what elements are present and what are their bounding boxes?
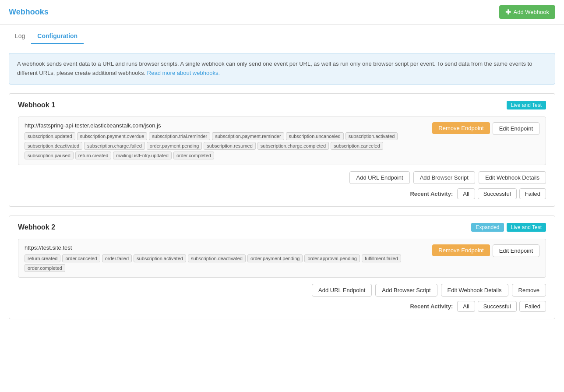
tag: subscription.deactivated (188, 254, 246, 262)
tag: subscription.activated (134, 254, 186, 262)
webhook-2-actions: Add URL Endpoint Add Browser Script Edit… (18, 284, 546, 297)
tag: fulfillment.failed (362, 254, 401, 262)
webhook-card-2: Webhook 2 Expanded Live and Test https:/… (9, 215, 555, 319)
endpoint-left-2-1: https://test.site.test return.created or… (25, 244, 425, 272)
remove-endpoint-button-1-1[interactable]: Remove Endpoint (432, 122, 490, 134)
edit-webhook-details-button-1[interactable]: Edit Webhook Details (479, 171, 546, 184)
add-webhook-label: Add Webhook (514, 9, 549, 15)
webhook-1-title: Webhook 1 (18, 101, 55, 109)
tab-log[interactable]: Log (9, 29, 31, 44)
tag: subscription.payment.reminder (212, 132, 284, 140)
activity-successful-button-2[interactable]: Successful (478, 301, 517, 312)
webhook-2-header: Webhook 2 Expanded Live and Test (18, 223, 546, 232)
info-box: A webhook sends event data to a URL and … (9, 53, 555, 85)
recent-activity-1: Recent Activity: All Successful Failed (18, 188, 546, 199)
add-url-endpoint-button-1[interactable]: Add URL Endpoint (349, 171, 409, 184)
edit-webhook-details-button-2[interactable]: Edit Webhook Details (441, 284, 508, 297)
badge-expanded-2: Expanded (471, 223, 504, 232)
remove-webhook-button-2[interactable]: Remove (512, 284, 546, 297)
activity-all-button-1[interactable]: All (457, 188, 475, 199)
endpoint-box-1-1: http://fastspring-api-tester.elasticbean… (18, 117, 546, 165)
tag: order.payment.pending (147, 142, 202, 150)
page-title: Webhooks (9, 7, 49, 17)
tag: subscription.resumed (204, 142, 256, 150)
tag: subscription.charge.failed (84, 142, 145, 150)
recent-activity-label-1: Recent Activity: (410, 191, 453, 197)
info-box-text: A webhook sends event data to a URL and … (17, 60, 532, 76)
recent-activity-label-2: Recent Activity: (410, 303, 453, 310)
recent-activity-2: Recent Activity: All Successful Failed (18, 301, 546, 312)
webhook-1-badges: Live and Test (507, 101, 546, 109)
edit-endpoint-button-1-1[interactable]: Edit Endpoint (493, 122, 539, 135)
webhook-card-1: Webhook 1 Live and Test http://fastsprin… (9, 93, 555, 207)
endpoint-tags-1-1: subscription.updated subscription.paymen… (25, 132, 425, 159)
tag: order.payment.pending (247, 254, 303, 262)
activity-all-button-2[interactable]: All (457, 301, 475, 312)
tag: subscription.activated (345, 132, 398, 140)
tag: return.created (25, 254, 60, 262)
tag: return.created (75, 152, 111, 159)
tag: subscription.trial.reminder (149, 132, 210, 140)
tab-configuration[interactable]: Configuration (31, 29, 84, 44)
tag: subscription.uncanceled (286, 132, 344, 140)
add-url-endpoint-button-2[interactable]: Add URL Endpoint (312, 284, 372, 297)
add-browser-script-button-2[interactable]: Add Browser Script (375, 284, 437, 297)
activity-successful-button-1[interactable]: Successful (478, 188, 517, 199)
edit-endpoint-button-2-1[interactable]: Edit Endpoint (493, 244, 539, 257)
tag: order.approval.pending (304, 254, 360, 262)
tag: mailingListEntry.updated (113, 152, 172, 159)
tag: subscription.canceled (331, 142, 383, 150)
tag: order.failed (102, 254, 132, 262)
tag: order.completed (173, 152, 214, 159)
remove-endpoint-button-2-1[interactable]: Remove Endpoint (432, 244, 490, 256)
tabs-bar: Log Configuration (0, 25, 564, 44)
activity-failed-button-1[interactable]: Failed (519, 188, 546, 199)
endpoint-box-2-1: https://test.site.test return.created or… (18, 239, 546, 278)
endpoint-tags-2-1: return.created order.canceled order.fail… (25, 254, 425, 272)
webhook-1-actions: Add URL Endpoint Add Browser Script Edit… (18, 171, 546, 184)
tag: subscription.payment.overdue (77, 132, 148, 140)
add-webhook-button[interactable]: ✚ Add Webhook (499, 5, 555, 19)
info-box-link[interactable]: Read more about webhooks. (147, 70, 220, 76)
activity-failed-button-2[interactable]: Failed (519, 301, 546, 312)
tag: subscription.charge.completed (257, 142, 329, 150)
main-content: A webhook sends event data to a URL and … (0, 44, 564, 337)
webhook-1-header: Webhook 1 Live and Test (18, 101, 546, 109)
webhook-2-title: Webhook 2 (18, 223, 55, 231)
plus-icon: ✚ (505, 8, 511, 16)
top-bar: Webhooks ✚ Add Webhook (0, 0, 564, 25)
add-browser-script-button-1[interactable]: Add Browser Script (413, 171, 475, 184)
endpoint-url-1-1: http://fastspring-api-tester.elasticbean… (25, 122, 425, 129)
tag: subscription.updated (25, 132, 75, 140)
endpoint-buttons-1-1: Remove Endpoint Edit Endpoint (432, 122, 539, 135)
tag: subscription.paused (25, 152, 74, 159)
webhook-2-badges: Expanded Live and Test (471, 223, 546, 232)
tag: order.completed (25, 264, 65, 272)
endpoint-buttons-2-1: Remove Endpoint Edit Endpoint (432, 244, 539, 257)
tag: subscription.deactivated (25, 142, 82, 150)
endpoint-left-1-1: http://fastspring-api-tester.elasticbean… (25, 122, 425, 159)
badge-live-test-1: Live and Test (507, 101, 546, 109)
badge-live-test-2: Live and Test (507, 223, 546, 232)
endpoint-url-2-1: https://test.site.test (25, 244, 425, 251)
tag: order.canceled (62, 254, 100, 262)
